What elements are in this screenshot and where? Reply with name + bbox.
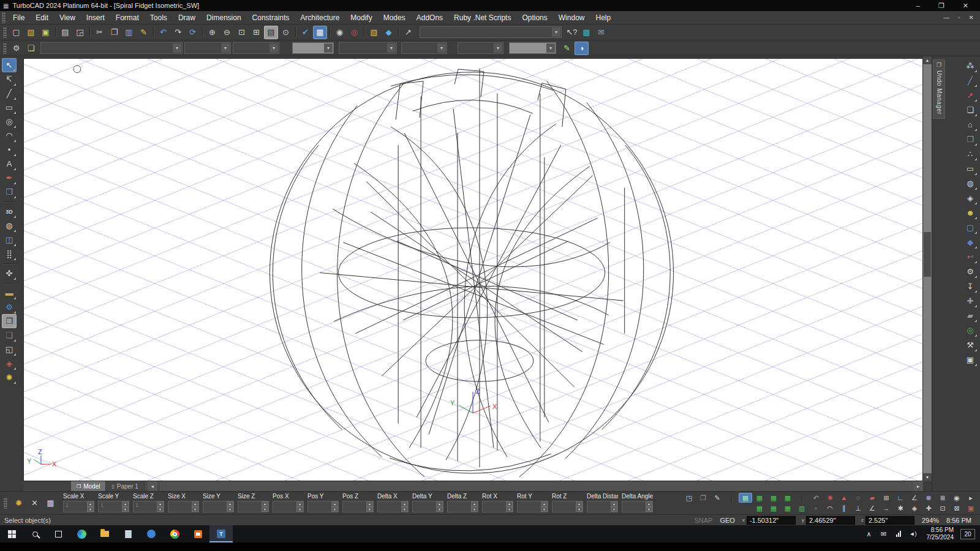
- grid-toggle-button[interactable]: ▦: [313, 26, 327, 39]
- paste-button[interactable]: ▥: [122, 26, 136, 39]
- inspector-field[interactable]: Size Y ▲▼: [201, 492, 236, 514]
- aerial-view-button[interactable]: ◎: [347, 26, 361, 39]
- uv-mapping-tool[interactable]: ☻: [963, 205, 978, 220]
- undo-button[interactable]: ↶: [156, 26, 170, 39]
- snap-center-button[interactable]: ▦: [781, 503, 794, 513]
- toolbar-grip[interactable]: [2, 12, 6, 23]
- toolbar-grip[interactable]: [3, 43, 7, 54]
- toolbar-grip[interactable]: [3, 27, 7, 38]
- notepad-button[interactable]: [116, 525, 140, 542]
- snap-vertex-button[interactable]: ▦: [767, 503, 780, 513]
- screw-tool[interactable]: ↧: [963, 279, 978, 293]
- copy-profile-tool[interactable]: ❏: [963, 102, 978, 117]
- angle-snap-mode-button[interactable]: ∠: [908, 493, 921, 503]
- open-file-button[interactable]: ▨: [24, 26, 38, 39]
- doc-close-button[interactable]: ✕: [969, 14, 974, 21]
- 3d-mode-tool[interactable]: 3D: [2, 204, 17, 219]
- snap-indicator[interactable]: SNAP: [694, 517, 712, 524]
- snap-grid-button[interactable]: ▦: [753, 503, 766, 513]
- pick-dart-tool[interactable]: ➚: [963, 88, 978, 102]
- track-point-button[interactable]: ◈: [908, 503, 921, 513]
- profile-gear-tool[interactable]: ⁂: [963, 58, 978, 73]
- ortho-mode-button[interactable]: ∟: [894, 493, 907, 503]
- render-scene-button[interactable]: ◑: [575, 42, 589, 55]
- messaging-app-button[interactable]: [140, 525, 163, 542]
- bounding-box-tool[interactable]: ▢: [963, 220, 978, 234]
- value-spinner[interactable]: ▲▼: [482, 501, 513, 512]
- settings-tool[interactable]: ⚙: [2, 300, 17, 314]
- drawing-canvas[interactable]: Z Y X Y Z X: [23, 58, 923, 481]
- inspector-field[interactable]: Rot X ▲▼: [480, 492, 515, 514]
- line-style-combo[interactable]: ▾: [401, 42, 447, 54]
- geo-indicator[interactable]: GEO: [720, 517, 734, 524]
- dynamic-input-button[interactable]: ⊠: [950, 503, 963, 513]
- from-point-snap-button[interactable]: ✱: [894, 503, 907, 513]
- symbol-palette-button[interactable]: ▧: [367, 26, 381, 39]
- value-spinner[interactable]: ▲▼: [203, 501, 234, 512]
- tab-model[interactable]: ❒ Model: [71, 481, 106, 491]
- value-spinner[interactable]: ▲▼: [238, 501, 269, 512]
- value-spinner[interactable]: 1 ▲▼: [63, 501, 94, 512]
- line-tool[interactable]: ╱: [2, 86, 17, 100]
- value-spinner[interactable]: ▲▼: [622, 501, 653, 512]
- tray-chevron-button[interactable]: ∧: [862, 525, 876, 542]
- tab-scroll-left-button[interactable]: ◂: [148, 481, 157, 491]
- zoom-out-button[interactable]: ⊖: [220, 26, 234, 39]
- page-setup-button[interactable]: ▤: [264, 26, 278, 39]
- gear-edit-tool[interactable]: ⚙: [963, 264, 978, 279]
- circle-tool[interactable]: ◎: [2, 114, 17, 129]
- angle-snap-button[interactable]: ∠: [865, 503, 879, 513]
- zoom-in-button[interactable]: ⊕: [205, 26, 219, 39]
- facet-solid-tool[interactable]: ◈: [963, 190, 978, 205]
- send-mail-button[interactable]: ✉: [594, 26, 608, 39]
- scrollbar-thumb[interactable]: [924, 232, 931, 277]
- cone-snap-button[interactable]: ▲: [837, 493, 851, 503]
- redo-all-button[interactable]: ⟳: [186, 26, 200, 39]
- torus-tool[interactable]: ◍: [2, 219, 17, 233]
- value-spinner[interactable]: ▲▼: [412, 501, 443, 512]
- value-spinner[interactable]: 1 ▲▼: [98, 501, 129, 512]
- parallel-snap-button[interactable]: ∥: [837, 503, 851, 513]
- value-spinner[interactable]: 1 ▲▼: [133, 501, 164, 512]
- inspector-field[interactable]: Delta Y ▲▼: [410, 492, 445, 514]
- inspector-field[interactable]: Size X ▲▼: [166, 492, 201, 514]
- workplane-by-face-button[interactable]: ▦: [753, 493, 766, 503]
- inspector-field[interactable]: Pos Z ▲▼: [341, 492, 375, 514]
- task-view-button[interactable]: [47, 525, 70, 542]
- value-spinner[interactable]: ▲▼: [587, 501, 618, 512]
- inspector-field[interactable]: Pos Y ▲▼: [306, 492, 341, 514]
- brush-style-combo[interactable]: ▾: [233, 42, 279, 54]
- revolve-tool[interactable]: ◍: [963, 176, 978, 190]
- value-spinner[interactable]: ▲▼: [552, 501, 583, 512]
- selector-3d-button[interactable]: ▣: [964, 503, 978, 513]
- mouse-options-button[interactable]: ◉: [333, 26, 347, 39]
- zoom-window-button[interactable]: ⊡: [235, 26, 249, 39]
- undo-point-button[interactable]: ↶: [809, 493, 823, 503]
- inspector-field[interactable]: Delta X ▲▼: [375, 492, 410, 514]
- table-button[interactable]: ⊞: [880, 493, 893, 503]
- value-spinner[interactable]: ▲▼: [447, 501, 478, 512]
- volume-icon[interactable]: ◄): [907, 525, 920, 542]
- plane-tool[interactable]: ▭: [963, 161, 978, 176]
- tray-mail-icon[interactable]: ✉: [877, 525, 891, 542]
- inspector-field[interactable]: Scale Y 1 ▲▼: [96, 492, 131, 514]
- move-tool[interactable]: ✜: [2, 266, 17, 280]
- text-style-combo[interactable]: ▾: [509, 42, 556, 54]
- search-button[interactable]: [23, 525, 47, 542]
- frame-snap-button[interactable]: ▰: [865, 493, 879, 503]
- assembly-tool[interactable]: ⚒: [963, 337, 978, 352]
- tab-paper-1[interactable]: ▯ Paper 1: [106, 481, 144, 491]
- toolbar-overflow-button[interactable]: ▸: [964, 493, 978, 503]
- select-tool[interactable]: ↖: [2, 58, 17, 72]
- inspector-field[interactable]: Pos X ▲▼: [271, 492, 306, 514]
- zoom-previous-button[interactable]: ⊙: [279, 26, 293, 39]
- stack-faces-tool[interactable]: ❒: [963, 132, 978, 146]
- toolbar-grip[interactable]: [4, 498, 7, 509]
- target-point-tool[interactable]: ◎: [963, 323, 978, 337]
- start-button[interactable]: [0, 525, 23, 542]
- export-view-button[interactable]: ↗: [401, 26, 415, 39]
- inspector-field[interactable]: Scale X 1 ▲▼: [61, 492, 96, 514]
- material-tool[interactable]: ▬: [2, 286, 17, 300]
- named-view-combo[interactable]: ▾: [420, 26, 562, 38]
- format-painter-button[interactable]: ✎: [137, 26, 151, 39]
